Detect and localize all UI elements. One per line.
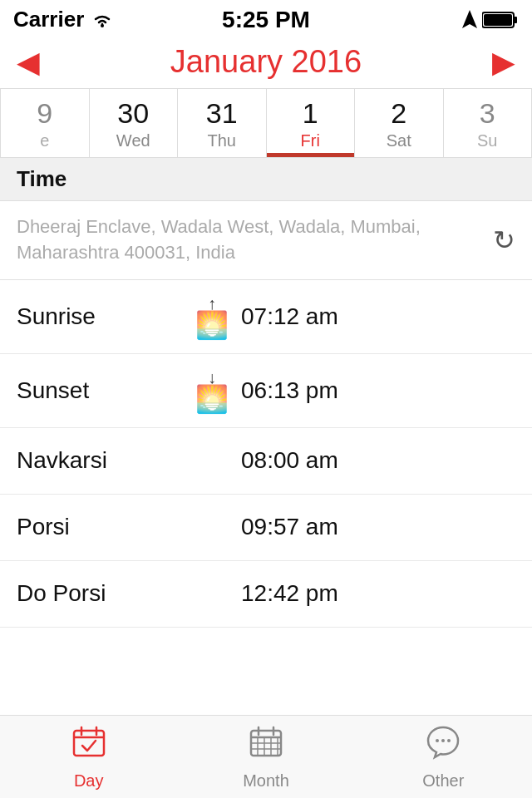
other-tab-icon xyxy=(425,724,461,768)
navkarsi-value: 08:00 am xyxy=(241,447,515,474)
sunrise-icon: ↑ 🌅 xyxy=(183,295,241,338)
day-name: Thu xyxy=(208,131,236,150)
day-cell-1[interactable]: 1 Fri xyxy=(267,89,356,157)
day-num: 30 xyxy=(117,97,149,130)
do-porsi-value: 12:42 pm xyxy=(241,580,515,607)
status-right xyxy=(462,10,519,30)
svg-point-19 xyxy=(441,739,445,742)
month-tab-label: Month xyxy=(243,771,289,791)
day-num: 2 xyxy=(391,97,406,130)
do-porsi-row: Do Porsi 12:42 pm xyxy=(0,561,532,628)
other-tab-label: Other xyxy=(422,771,464,791)
sunset-icon: ↓ 🌅 xyxy=(183,369,241,412)
svg-point-20 xyxy=(447,739,451,742)
day-num: 1 xyxy=(303,97,318,130)
day-num: 31 xyxy=(206,97,238,130)
location-text: Dheeraj Enclave, Wadala West, Wadala, Mu… xyxy=(17,214,483,266)
prev-month-button[interactable]: ◀ xyxy=(17,45,40,80)
battery-icon xyxy=(482,10,519,30)
tab-bar: Day Month xyxy=(0,715,532,798)
tab-month[interactable]: Month xyxy=(177,716,354,798)
status-time: 5:25 PM xyxy=(222,7,310,33)
tab-other[interactable]: Other xyxy=(355,716,532,798)
day-strip: 9 e 30 Wed 31 Thu 1 Fri 2 Sat 3 Su xyxy=(0,88,532,158)
svg-rect-3 xyxy=(484,14,512,26)
refresh-button[interactable]: ↻ xyxy=(493,224,515,256)
svg-rect-4 xyxy=(74,731,104,756)
day-name: Fri xyxy=(301,131,320,150)
day-cell-2[interactable]: 2 Sat xyxy=(355,89,444,157)
svg-rect-2 xyxy=(514,17,517,23)
day-name: e xyxy=(40,131,49,150)
day-num: 3 xyxy=(480,97,495,130)
svg-point-0 xyxy=(101,24,104,27)
day-tab-label: Day xyxy=(74,771,104,791)
svg-point-18 xyxy=(436,739,439,742)
day-cell-3[interactable]: 3 Su xyxy=(444,89,533,157)
location-row: Dheeraj Enclave, Wadala West, Wadala, Mu… xyxy=(0,201,532,280)
wifi-icon xyxy=(91,11,114,29)
navkarsi-label: Navkarsi xyxy=(17,447,183,474)
porsi-label: Porsi xyxy=(17,514,183,540)
status-left: Carrier xyxy=(13,7,114,32)
sunset-row: Sunset ↓ 🌅 06:13 pm xyxy=(0,354,532,428)
status-bar: Carrier 5:25 PM xyxy=(0,0,532,36)
calendar-header: ◀ January 2016 ▶ xyxy=(0,36,532,88)
location-icon xyxy=(462,10,477,30)
sunset-label: Sunset xyxy=(17,377,183,404)
carrier-label: Carrier xyxy=(13,7,84,32)
sunrise-label: Sunrise xyxy=(17,303,183,330)
day-name: Su xyxy=(477,131,497,150)
tab-day[interactable]: Day xyxy=(0,716,177,798)
month-year-title: January 2016 xyxy=(170,44,362,80)
day-cell-31[interactable]: 31 Thu xyxy=(178,89,267,157)
next-month-button[interactable]: ▶ xyxy=(492,45,515,80)
day-name: Wed xyxy=(116,131,150,150)
month-tab-icon xyxy=(248,724,284,768)
day-tab-icon xyxy=(71,724,107,768)
porsi-row: Porsi 09:57 am xyxy=(0,495,532,561)
navkarsi-row: Navkarsi 08:00 am xyxy=(0,428,532,495)
day-num: 9 xyxy=(37,97,52,130)
day-name: Sat xyxy=(387,131,411,150)
porsi-value: 09:57 am xyxy=(241,514,515,540)
sunrise-row: Sunrise ↑ 🌅 07:12 am xyxy=(0,280,532,354)
section-header-time: Time xyxy=(0,158,532,201)
day-cell-30[interactable]: 30 Wed xyxy=(90,89,179,157)
sunrise-value: 07:12 am xyxy=(241,303,515,330)
day-cell-29[interactable]: 9 e xyxy=(0,89,90,157)
sunset-value: 06:13 pm xyxy=(241,377,515,404)
do-porsi-label: Do Porsi xyxy=(17,580,183,607)
